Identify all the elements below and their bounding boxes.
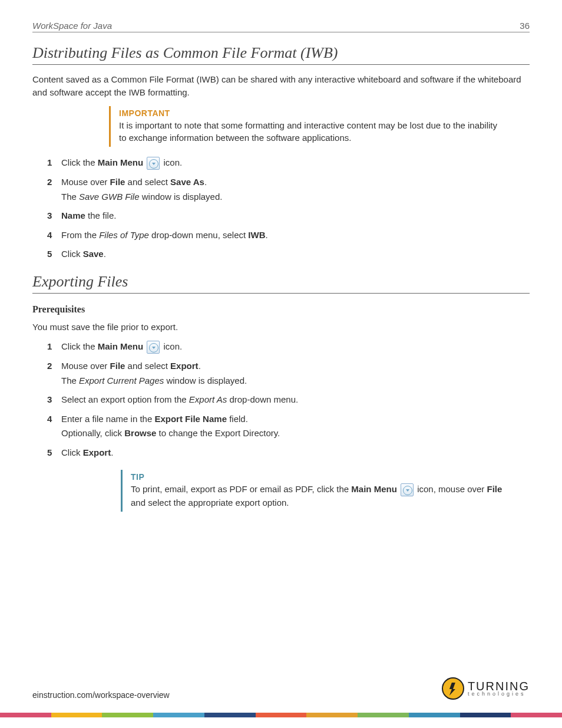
logo-text-main: TURNING xyxy=(468,681,530,691)
section-heading-exporting: Exporting Files xyxy=(32,273,530,294)
turning-logo: TURNING technologies xyxy=(442,677,530,700)
step-4: 4 From the Files of Type drop-down menu,… xyxy=(47,229,530,242)
main-menu-icon xyxy=(147,341,160,354)
tip-label: TIP xyxy=(131,472,506,482)
step-2: 2 Mouse over File and select Save As. Th… xyxy=(47,176,530,203)
main-menu-icon xyxy=(401,483,414,496)
prerequisites-text: You must save the file prior to export. xyxy=(32,321,530,334)
steps-list-exporting: 1 Click the Main Menu icon. 2 Mouse over… xyxy=(32,340,530,459)
step-3: 3 Name the file. xyxy=(47,209,530,223)
steps-list-distributing: 1 Click the Main Menu icon. 2 Mouse over… xyxy=(32,156,530,261)
page-number: 36 xyxy=(520,21,530,31)
step-3: 3 Select an export option from the Expor… xyxy=(47,393,530,407)
important-label: IMPORTANT xyxy=(119,108,506,118)
step-2: 2 Mouse over File and select Export. The… xyxy=(47,360,530,387)
tip-text: To print, email, export as PDF or email … xyxy=(131,483,506,509)
important-callout: IMPORTANT It is important to note that s… xyxy=(109,106,506,147)
logo-text-sub: technologies xyxy=(468,691,530,696)
turning-logo-icon xyxy=(442,677,464,700)
page-header: WorkSpace for Java 36 xyxy=(32,21,530,32)
footer-color-bar xyxy=(0,713,562,717)
step-4: 4 Enter a file name in the Export File N… xyxy=(47,413,530,440)
footer-url: einstruction.com/workspace-overview xyxy=(32,690,170,700)
step-5: 5 Click Export. xyxy=(47,446,530,460)
important-text: It is important to note that some format… xyxy=(119,119,506,145)
page-footer: einstruction.com/workspace-overview TURN… xyxy=(32,677,530,700)
prerequisites-heading: Prerequisites xyxy=(32,304,530,315)
tip-callout: TIP To print, email, export as PDF or em… xyxy=(121,470,506,512)
step-1: 1 Click the Main Menu icon. xyxy=(47,156,530,170)
step-1: 1 Click the Main Menu icon. xyxy=(47,340,530,354)
main-menu-icon xyxy=(147,157,160,170)
step-5: 5 Click Save. xyxy=(47,248,530,261)
intro-paragraph: Content saved as a Common File Format (I… xyxy=(32,73,530,99)
section-heading-distributing: Distributing Files as Common File Format… xyxy=(32,44,530,65)
header-title: WorkSpace for Java xyxy=(32,21,112,31)
